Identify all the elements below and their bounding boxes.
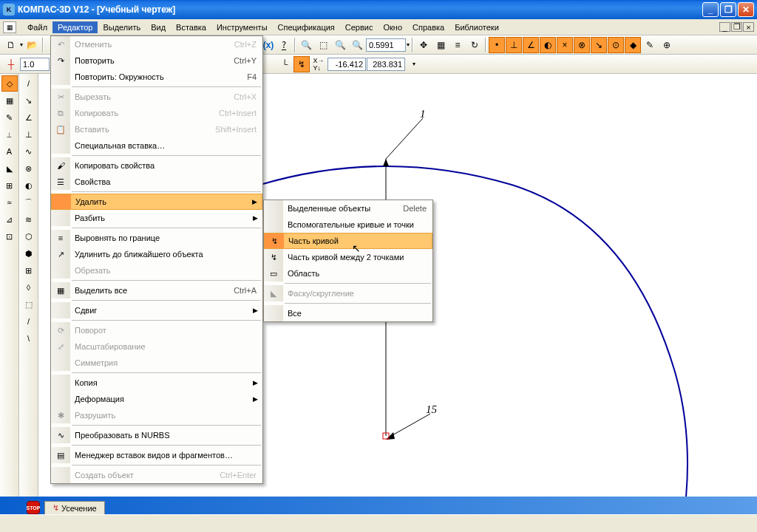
vtool-a4[interactable]: ⊥ xyxy=(21,126,37,143)
menu-сервис[interactable]: Сервис xyxy=(340,21,378,33)
menuitem--nurbs[interactable]: ∿Преобразовать в NURBS xyxy=(51,427,262,443)
menu-справка[interactable]: Справка xyxy=(407,21,449,33)
menuitem--[interactable]: Удалить▶ xyxy=(51,194,262,210)
snap4-icon[interactable]: ◐ xyxy=(540,37,556,53)
coord-icon[interactable]: ↯ xyxy=(293,56,310,72)
vtool-a11[interactable]: ⬢ xyxy=(21,245,37,262)
grid-icon[interactable]: ▦ xyxy=(432,37,449,53)
snap7-icon[interactable]: ↘ xyxy=(591,37,607,53)
axis-icon[interactable]: ┼ xyxy=(3,56,19,72)
mdi-icon[interactable]: ▦ xyxy=(3,21,16,33)
vtool-a6[interactable]: ⊗ xyxy=(21,160,37,177)
submenuitem--[interactable]: ▭Область xyxy=(264,265,432,282)
snap8-icon[interactable]: ⊙ xyxy=(608,37,624,53)
snap2-icon[interactable]: ⊥ xyxy=(506,37,522,53)
vtool4[interactable]: ⟂ xyxy=(1,126,18,143)
vtool-a10[interactable]: ⬡ xyxy=(21,228,37,245)
vtool9[interactable]: ⊿ xyxy=(1,211,18,228)
maximize-button[interactable]: ❐ xyxy=(720,2,736,17)
help-cursor-icon[interactable]: ?̲ xyxy=(276,37,292,53)
menu-файл[interactable]: Файл xyxy=(22,21,52,33)
vtool-a15[interactable]: / xyxy=(21,313,37,330)
vtool-a2[interactable]: ↘ xyxy=(21,92,37,109)
stop-icon[interactable]: STOP xyxy=(27,501,40,514)
vtool8[interactable]: ≈ xyxy=(1,194,18,211)
vtool-a3[interactable]: ∠ xyxy=(21,109,37,126)
vtool-a12[interactable]: ⊞ xyxy=(21,262,37,279)
menuitem--[interactable]: 🖌Копировать свойства xyxy=(51,157,262,174)
new-icon[interactable]: 🗋 xyxy=(3,37,19,53)
vtool-a9[interactable]: ≋ xyxy=(21,211,37,228)
submenuitem--2-[interactable]: ↯Часть кривой между 2 точками xyxy=(264,249,432,265)
menuitem--[interactable]: Специальная вставка… xyxy=(51,137,262,154)
submenuitem--[interactable]: Вспомогательные кривые и точки xyxy=(264,216,432,233)
vtool-a5[interactable]: ∿ xyxy=(21,143,37,160)
menu-редактор[interactable]: Редактор xyxy=(52,21,98,33)
zoom-input[interactable] xyxy=(366,38,406,52)
zoom-window-icon[interactable]: ⬚ xyxy=(315,37,331,53)
menuitem--[interactable]: ▤Менеджер вставок видов и фрагментов… xyxy=(51,447,262,463)
menuitem--[interactable]: ≡Выровнять по границе xyxy=(51,230,262,246)
vtool6[interactable]: ◣ xyxy=(1,160,18,177)
mdi-restore[interactable]: ❐ xyxy=(731,22,742,32)
vtool2[interactable]: ▦ xyxy=(1,92,18,109)
vtool-a16[interactable]: \ xyxy=(21,330,37,347)
mdi-close[interactable]: × xyxy=(743,22,754,32)
vtool1[interactable]: ◇ xyxy=(1,75,18,92)
vtool-a13[interactable]: ◊ xyxy=(21,279,37,296)
menuitem--[interactable]: ↷ПовторитьCtrl+Y xyxy=(51,52,262,69)
open-icon[interactable]: 📂 xyxy=(24,37,40,53)
tab-usechenie[interactable]: ↯Усечение xyxy=(44,501,105,514)
coord-y-input[interactable] xyxy=(367,58,405,71)
menu-окно[interactable]: Окно xyxy=(378,21,407,33)
menuitem--[interactable]: Копия▶ xyxy=(51,375,262,391)
snap5-icon[interactable]: × xyxy=(557,37,573,53)
snap10-icon[interactable]: ✎ xyxy=(642,37,658,53)
submenuitem--[interactable]: Все xyxy=(264,305,432,321)
menuitem--[interactable]: Деформация▶ xyxy=(51,391,262,407)
menu-выделить[interactable]: Выделить xyxy=(98,21,146,33)
menuitem--[interactable]: ↗Удлинить до ближайшего объекта xyxy=(51,246,262,262)
vtool-a14[interactable]: ⬚ xyxy=(21,296,37,313)
coord-x-input[interactable] xyxy=(327,58,366,71)
close-button[interactable]: ✕ xyxy=(738,2,754,17)
menu-вид[interactable]: Вид xyxy=(146,21,171,33)
menuitem--[interactable]: ☰Свойства xyxy=(51,174,262,190)
zoom-out-icon[interactable]: 🔍 xyxy=(349,37,365,53)
vtool3[interactable]: ✎ xyxy=(1,109,18,126)
menu-библиотеки[interactable]: Библиотеки xyxy=(449,21,504,33)
ortho-icon[interactable]: └ xyxy=(276,56,293,72)
zoom-fit-icon[interactable]: 🔍 xyxy=(332,37,348,53)
refresh-icon[interactable]: ↻ xyxy=(466,37,483,53)
vtool-a8[interactable]: ⌒ xyxy=(21,194,37,211)
snap3-icon[interactable]: ∠ xyxy=(523,37,539,53)
submenuitem--[interactable]: ↯Часть кривой xyxy=(264,233,432,249)
coord-dropdown[interactable]: ▾ xyxy=(406,56,422,72)
menuitem--: ⤢Масштабирование xyxy=(51,338,262,355)
vtool7[interactable]: ⊞ xyxy=(1,177,18,194)
vtool10[interactable]: ⊡ xyxy=(1,228,18,245)
menuitem--[interactable]: Разбить▶ xyxy=(51,210,262,226)
zoom-in-icon[interactable]: 🔍 xyxy=(298,37,314,53)
menu-инструменты[interactable]: Инструменты xyxy=(211,21,273,33)
tool-icon[interactable]: ≡ xyxy=(449,37,466,53)
submenuitem--[interactable]: Выделенные объектыDelete xyxy=(264,200,432,216)
snap9-icon[interactable]: ◆ xyxy=(625,37,641,53)
vtool-a1[interactable]: / xyxy=(21,75,37,92)
pan-icon[interactable]: ✥ xyxy=(415,37,432,53)
menuitem--[interactable]: Повторить: ОкружностьF4 xyxy=(51,69,262,85)
menuitem--[interactable]: Сдвиг▶ xyxy=(51,302,262,318)
menu-спецификация[interactable]: Спецификация xyxy=(273,21,340,33)
menuitem--[interactable]: ▦Выделить всеCtrl+A xyxy=(51,282,262,299)
snap11-icon[interactable]: ⊕ xyxy=(659,37,675,53)
mdi-min[interactable]: _ xyxy=(719,22,730,32)
menuitem--: ✂ВырезатьCtrl+X xyxy=(51,89,262,105)
minimize-button[interactable]: _ xyxy=(702,2,719,17)
scale-input[interactable] xyxy=(20,58,50,71)
vtool5[interactable]: A xyxy=(1,143,18,160)
snap6-icon[interactable]: ⊗ xyxy=(574,37,590,53)
vtool-a7[interactable]: ◐ xyxy=(21,177,37,194)
menu-вставка[interactable]: Вставка xyxy=(171,21,211,33)
svg-marker-2 xyxy=(383,159,389,166)
snap1-icon[interactable]: • xyxy=(489,37,505,53)
